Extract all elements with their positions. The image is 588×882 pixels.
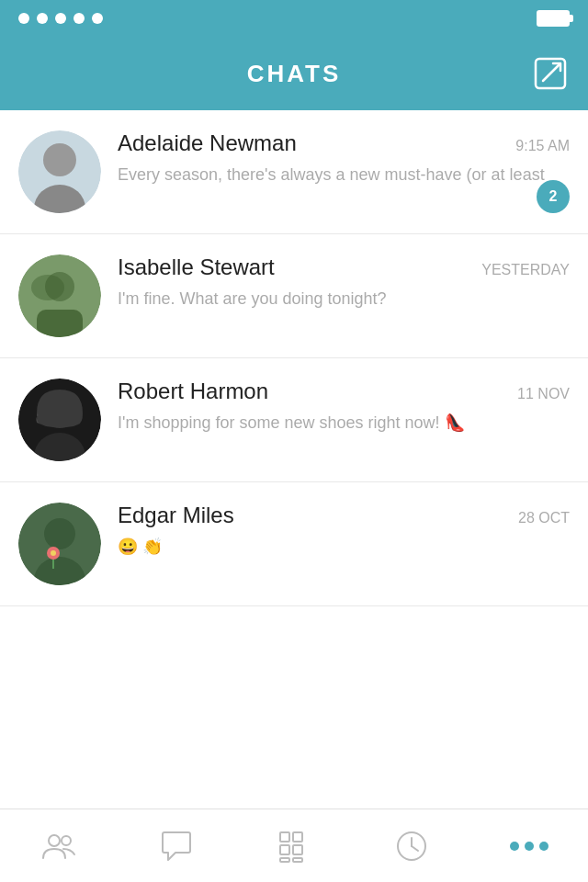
signal-dots [18, 13, 103, 24]
svg-line-1 [543, 65, 559, 81]
chat-name-1: Adelaide Newman [118, 130, 297, 156]
avatar-2 [18, 254, 101, 337]
dot-3 [55, 13, 66, 24]
svg-rect-7 [37, 310, 83, 337]
chat-preview-2: I'm fine. What are you doing tonight? [118, 288, 570, 311]
chat-header-row-4: Edgar Miles 28 OCT [118, 503, 570, 528]
tab-contacts[interactable] [0, 809, 118, 882]
header: CHATS [0, 37, 588, 110]
tab-more[interactable] [470, 809, 588, 882]
chat-time-3: 11 NOV [517, 386, 570, 402]
chat-icon [159, 829, 194, 864]
dot-4 [74, 13, 85, 24]
more-dot-2 [525, 842, 534, 851]
chat-item-3[interactable]: Robert Harmon 11 NOV I'm shopping for so… [0, 358, 588, 482]
chat-preview-4: 😀 👏 [118, 536, 570, 559]
chat-header-row-1: Adelaide Newman 9:15 AM [118, 130, 570, 156]
svg-line-28 [412, 846, 418, 851]
more-icon [510, 842, 548, 851]
chat-list: Adelaide Newman 9:15 AM Every season, th… [0, 110, 588, 808]
dot-1 [18, 13, 29, 24]
chat-content-2: Isabelle Stewart YESTERDAY I'm fine. Wha… [118, 254, 570, 311]
avatar-4 [18, 503, 101, 585]
svg-rect-24 [280, 858, 289, 862]
clock-icon [394, 829, 429, 864]
chat-time-4: 28 OCT [518, 510, 570, 526]
svg-rect-22 [280, 845, 289, 854]
svg-rect-25 [293, 858, 302, 862]
chat-header-row-2: Isabelle Stewart YESTERDAY [118, 254, 570, 280]
chat-item-1[interactable]: Adelaide Newman 9:15 AM Every season, th… [0, 110, 588, 234]
svg-point-8 [31, 275, 64, 300]
chat-content-4: Edgar Miles 28 OCT 😀 👏 [118, 503, 570, 559]
svg-rect-23 [293, 845, 302, 854]
chat-time-1: 9:15 AM [515, 138, 570, 154]
svg-point-13 [44, 518, 75, 549]
status-bar [0, 0, 588, 37]
dot-5 [92, 13, 103, 24]
more-dot-1 [510, 842, 519, 851]
compose-button[interactable] [533, 56, 568, 91]
chat-item-2[interactable]: Isabelle Stewart YESTERDAY I'm fine. Wha… [0, 234, 588, 358]
chat-content-3: Robert Harmon 11 NOV I'm shopping for so… [118, 379, 570, 435]
tab-chats[interactable] [118, 809, 235, 882]
chat-name-4: Edgar Miles [118, 503, 234, 528]
svg-rect-21 [293, 832, 302, 842]
svg-point-16 [51, 550, 56, 556]
unread-badge-1: 2 [537, 180, 570, 213]
page-title: CHATS [247, 60, 342, 88]
chat-time-2: YESTERDAY [481, 262, 570, 278]
svg-point-3 [43, 143, 76, 176]
people-icon [41, 829, 76, 864]
chat-preview-1: Every season, there's always a new must-… [118, 164, 570, 187]
tab-recent[interactable] [353, 809, 470, 882]
avatar-1 [18, 130, 101, 213]
chat-content-1: Adelaide Newman 9:15 AM Every season, th… [118, 130, 570, 187]
avatar-3 [18, 379, 101, 461]
battery-icon [537, 10, 570, 27]
svg-point-19 [62, 836, 71, 845]
tab-bar [0, 808, 588, 882]
dot-2 [37, 13, 48, 24]
more-dot-3 [539, 842, 548, 851]
svg-rect-20 [280, 832, 289, 842]
app-container: CHATS Adelaide Newman 9:15 AM Ever [0, 0, 588, 882]
grid-icon [277, 829, 311, 864]
chat-header-row-3: Robert Harmon 11 NOV [118, 379, 570, 404]
chat-name-2: Isabelle Stewart [118, 254, 275, 280]
tab-apps[interactable] [235, 809, 353, 882]
chat-name-3: Robert Harmon [118, 379, 268, 404]
chat-item-4[interactable]: Edgar Miles 28 OCT 😀 👏 [0, 482, 588, 606]
chat-preview-3: I'm shopping for some new shoes right no… [118, 412, 570, 435]
svg-point-18 [49, 835, 60, 846]
